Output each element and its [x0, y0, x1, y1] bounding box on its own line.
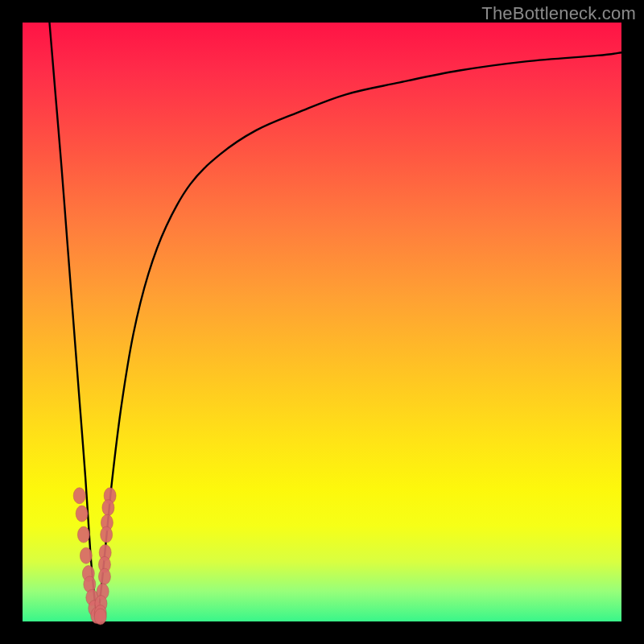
data-marker [98, 568, 110, 584]
chart-svg [23, 23, 621, 621]
chart-frame: TheBottleneck.com [0, 0, 644, 644]
curve-layer [49, 23, 621, 621]
data-marker [73, 488, 85, 504]
marker-layer [73, 488, 116, 625]
data-marker [101, 526, 113, 543]
watermark-text: TheBottleneck.com [481, 3, 636, 24]
curve-left-branch [49, 23, 97, 621]
curve-right-branch [97, 52, 621, 621]
data-marker [80, 547, 92, 564]
data-marker [102, 500, 114, 516]
data-marker [77, 526, 89, 543]
data-marker [94, 609, 106, 625]
plot-area [23, 23, 621, 621]
data-marker [76, 506, 88, 522]
